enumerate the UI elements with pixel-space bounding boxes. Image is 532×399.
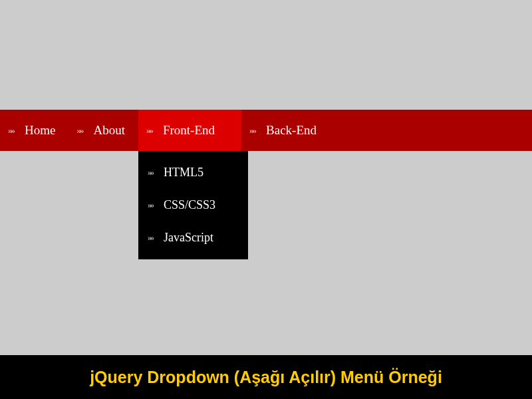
double-arrow-icon: »» xyxy=(148,200,153,210)
dropdown-item-css[interactable]: »» CSS/CSS3 xyxy=(138,189,248,221)
footer-bar: jQuery Dropdown (Aşağı Açılır) Menü Örne… xyxy=(0,355,532,399)
nav-item-home[interactable]: »» Home xyxy=(0,110,68,151)
dropdown-item-label: CSS/CSS3 xyxy=(164,198,215,212)
dropdown-menu: »» HTML5 »» CSS/CSS3 »» JavaScript xyxy=(138,151,248,259)
footer-title: jQuery Dropdown (Aşağı Açılır) Menü Örne… xyxy=(90,368,442,387)
double-arrow-icon: »» xyxy=(76,125,82,136)
nav-item-backend[interactable]: »» Back-End xyxy=(241,110,330,151)
dropdown-item-html5[interactable]: »» HTML5 xyxy=(138,156,248,189)
dropdown-item-label: HTML5 xyxy=(164,166,203,180)
nav-item-label: Home xyxy=(25,123,55,138)
dropdown-item-label: JavaScript xyxy=(164,231,213,245)
double-arrow-icon: »» xyxy=(8,125,14,136)
main-navbar: »» Home »» About »» Front-End »» HTML5 »… xyxy=(0,110,532,151)
nav-item-label: Back-End xyxy=(266,123,317,138)
dropdown-item-javascript[interactable]: »» JavaScript xyxy=(138,221,248,254)
nav-item-label: Front-End xyxy=(163,123,215,138)
double-arrow-icon: »» xyxy=(146,125,152,136)
double-arrow-icon: »» xyxy=(249,125,255,136)
double-arrow-icon: »» xyxy=(148,168,153,178)
nav-item-about[interactable]: »» About xyxy=(68,110,138,151)
nav-item-frontend[interactable]: »» Front-End »» HTML5 »» CSS/CSS3 »» Jav… xyxy=(138,110,241,151)
nav-item-label: About xyxy=(93,123,125,138)
double-arrow-icon: »» xyxy=(148,233,153,243)
